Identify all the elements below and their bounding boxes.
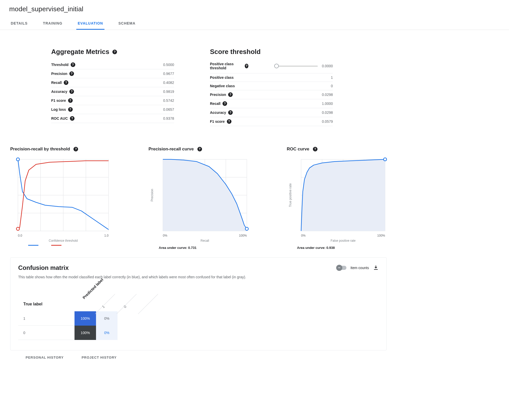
metric-row: Positive class1	[210, 73, 333, 82]
threshold-slider-value: 0.0000	[322, 64, 333, 68]
metric-label: Recall	[51, 81, 62, 85]
metric-row: Recall?0.4082	[51, 78, 174, 87]
confusion-description: This table shows how often the model cla…	[18, 275, 379, 279]
metric-value: 0.4082	[163, 81, 174, 85]
metric-value: 1.0000	[322, 102, 333, 106]
metric-label: ROC AUC	[51, 116, 68, 120]
tab-training[interactable]: TRAINING	[41, 19, 64, 30]
metric-label: F1 score	[210, 119, 225, 124]
metric-value: 1	[331, 75, 333, 80]
aggregate-title: Aggregate Metrics	[51, 48, 109, 56]
metric-value: 0.9677	[163, 72, 174, 76]
help-icon[interactable]: ?	[69, 89, 74, 94]
metric-label: Recall	[210, 102, 220, 106]
chart-title: ROC curve	[287, 147, 309, 152]
metric-label: Accuracy	[51, 90, 67, 94]
tab-details[interactable]: DETAILS	[9, 19, 29, 30]
metric-label: Log loss	[51, 107, 66, 112]
help-icon[interactable]: ?	[64, 80, 68, 85]
tab-bar: DETAILSTRAININGEVALUATIONSCHEMA	[0, 15, 509, 30]
metric-value: 0.9819	[163, 90, 174, 94]
help-icon[interactable]: ?	[68, 98, 73, 103]
pr-curve-chart: Precision-recall curve ? 0%100%RecallPre…	[149, 147, 271, 250]
metric-row: Threshold?0.5000	[51, 60, 174, 69]
metric-value: 0	[331, 84, 333, 88]
metric-row: F1 score?0.5742	[51, 96, 174, 105]
threshold-slider[interactable]	[274, 66, 318, 67]
page-title: model_supervised_initial	[9, 5, 500, 13]
metric-label: Accuracy	[210, 110, 226, 115]
tab-evaluation[interactable]: EVALUATION	[76, 19, 105, 30]
true-label-header: True label	[18, 297, 75, 311]
metric-label: Negative class	[210, 84, 235, 88]
metric-label: Threshold	[51, 63, 69, 67]
help-icon[interactable]: ?	[70, 116, 75, 121]
help-icon[interactable]: ?	[73, 147, 78, 151]
confusion-title: Confusion matrix	[18, 264, 69, 271]
cm-row-label: 0	[18, 326, 75, 340]
metric-value: 0.5742	[163, 98, 174, 103]
help-icon[interactable]: ?	[228, 92, 233, 97]
help-icon[interactable]: ?	[68, 107, 73, 112]
svg-text:Precision: Precision	[150, 189, 154, 201]
item-counts-toggle[interactable]: −	[337, 266, 346, 270]
svg-text:Recall: Recall	[200, 239, 209, 242]
help-icon[interactable]: ?	[197, 147, 202, 151]
predicted-label-header: Predicted label	[82, 278, 104, 300]
svg-text:0%: 0%	[301, 234, 306, 237]
roc-curve-chart: ROC curve ? 0%100%False positive rateTru…	[287, 147, 410, 250]
metric-label: Precision	[210, 93, 226, 97]
metric-row: F1 score?0.0579	[210, 117, 333, 126]
help-icon[interactable]: ?	[71, 62, 75, 67]
svg-text:False positive rate: False positive rate	[331, 239, 356, 242]
score-threshold-panel: Score threshold Positive class threshold…	[210, 48, 333, 126]
cm-cell: 0%	[96, 311, 118, 326]
download-icon[interactable]	[373, 265, 379, 271]
score-threshold-title: Score threshold	[210, 48, 261, 56]
help-icon[interactable]: ?	[222, 101, 227, 106]
svg-text:100%: 100%	[239, 234, 247, 237]
footer-tab[interactable]: PROJECT HISTORY	[82, 356, 117, 359]
metric-label: Positive class	[210, 75, 234, 80]
cm-cell: 100%	[75, 326, 96, 340]
metric-row: Log loss?0.0657	[51, 105, 174, 114]
svg-point-10	[16, 158, 19, 161]
metric-row: Recall?1.0000	[210, 99, 333, 108]
metric-value: 0.0298	[322, 93, 333, 97]
chart-title: Precision-recall curve	[149, 147, 194, 152]
metric-row: ROC AUC?0.9378	[51, 114, 174, 123]
item-counts-label: Item counts	[351, 266, 369, 270]
pr-auc-label: Area under curve: 0.731	[159, 246, 271, 250]
tab-schema[interactable]: SCHEMA	[117, 19, 137, 30]
help-icon[interactable]: ?	[245, 64, 248, 68]
help-icon[interactable]: ?	[69, 71, 74, 76]
metric-row: Accuracy?0.0298	[210, 108, 333, 117]
aggregate-metrics-panel: Aggregate Metrics ? Threshold?0.5000Prec…	[51, 48, 174, 126]
metric-value: 0.0298	[322, 110, 333, 115]
pr-threshold-chart: Precision-recall by threshold ? 0.01.0Co…	[10, 147, 133, 250]
svg-text:100%: 100%	[377, 234, 385, 237]
cm-cell: 100%	[75, 311, 96, 326]
svg-text:True positive rate: True positive rate	[289, 183, 292, 207]
cm-row-label: 1	[18, 311, 75, 326]
svg-point-11	[16, 227, 19, 230]
help-icon[interactable]: ?	[227, 119, 231, 124]
footer-tab[interactable]: PERSONAL HISTORY	[26, 356, 64, 359]
metric-value: 0.9378	[163, 116, 174, 120]
confusion-matrix-panel: Confusion matrix − Item counts This tabl…	[10, 257, 387, 350]
svg-text:0%: 0%	[163, 234, 167, 237]
help-icon[interactable]: ?	[112, 50, 117, 54]
metric-label: F1 score	[51, 98, 66, 103]
metric-row: Accuracy?0.9819	[51, 87, 174, 96]
metric-value: 0.5000	[163, 63, 174, 67]
help-icon[interactable]: ?	[228, 110, 233, 115]
cm-cell: 0%	[96, 326, 118, 340]
positive-class-threshold-label: Positive class threshold	[210, 62, 243, 70]
svg-text:0.0: 0.0	[18, 234, 22, 237]
svg-point-42	[384, 158, 387, 161]
metric-row: Negative class0	[210, 82, 333, 90]
help-icon[interactable]: ?	[313, 147, 317, 151]
chart-title: Precision-recall by threshold	[10, 147, 70, 152]
metric-row: Precision?0.9677	[51, 69, 174, 78]
svg-text:1.0: 1.0	[104, 234, 109, 237]
